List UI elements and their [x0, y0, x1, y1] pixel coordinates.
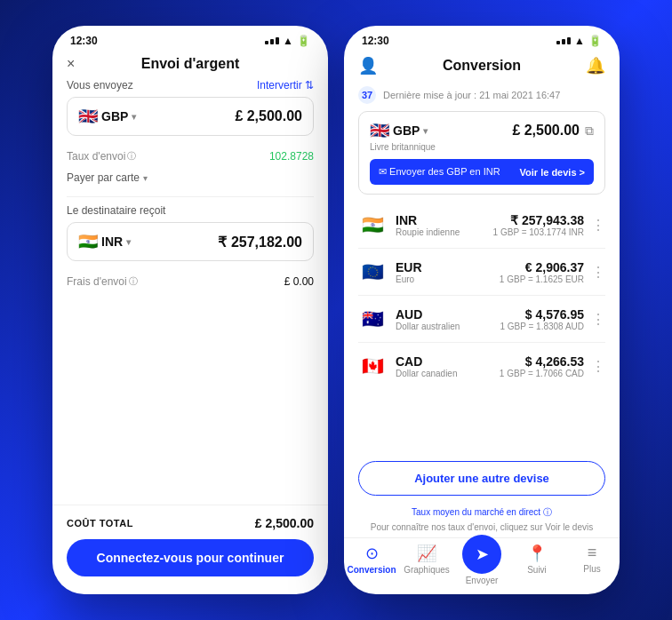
- see-quote-link[interactable]: Voir le devis >: [520, 167, 585, 178]
- fees-info-icon: ⓘ: [129, 275, 138, 288]
- from-currency-selector[interactable]: 🇬🇧 GBP ▾: [78, 107, 136, 126]
- you-send-label-row: Vous envoyez Intervertir ⇅: [67, 79, 314, 91]
- gbp-flag: 🇬🇧: [370, 121, 389, 140]
- divider-1: [67, 196, 314, 197]
- battery-icon-2: 🔋: [588, 35, 602, 47]
- eur-left: 🇪🇺 EUR Euro: [358, 258, 422, 286]
- to-flag: 🇮🇳: [78, 232, 98, 251]
- aud-code: AUD: [396, 307, 460, 322]
- suivi-nav-label: Suivi: [527, 565, 547, 575]
- conversion-nav-label: Conversion: [347, 565, 396, 575]
- wifi-icon: ▲: [283, 35, 293, 47]
- cad-amount: $ 4,266.53: [500, 354, 584, 369]
- total-value: £ 2,500.00: [255, 516, 314, 530]
- to-chevron-icon: ▾: [126, 237, 131, 247]
- connect-button[interactable]: Connectez-vous pour continuer: [67, 539, 314, 576]
- nav-item-graphiques[interactable]: 📈 Graphiques: [399, 544, 454, 585]
- aud-name: Dollar australien: [396, 322, 460, 331]
- aud-rate: 1 GBP = 1.8308 AUD: [500, 322, 584, 331]
- phone-envoi: 12:30 ▲ 🔋 × Envoi d'argent Vous envoyez …: [52, 26, 328, 594]
- send-banner[interactable]: ✉ Envoyer des GBP en INR Voir le devis >: [370, 159, 594, 185]
- gbp-code: GBP: [393, 123, 420, 138]
- cad-left: 🇨🇦 CAD Dollar canadien: [358, 352, 458, 380]
- invert-button[interactable]: Intervertir ⇅: [257, 79, 314, 91]
- rate-label: Taux d'envoi ⓘ: [67, 150, 136, 163]
- gbp-chevron-icon: ▾: [423, 126, 428, 136]
- aud-left: 🇦🇺 AUD Dollar australien: [358, 305, 460, 333]
- currency-row-eur[interactable]: 🇪🇺 EUR Euro € 2,906.37 1 GBP = 1.1625 EU…: [358, 249, 605, 296]
- nav-item-suivi[interactable]: 📍 Suivi: [509, 544, 564, 585]
- inr-name: Roupie indienne: [396, 227, 460, 237]
- status-icons-1: ▲ 🔋: [265, 35, 310, 47]
- send-nav-button[interactable]: ➤: [462, 535, 501, 574]
- from-flag: 🇬🇧: [78, 107, 98, 126]
- copy-icon[interactable]: ⧉: [585, 123, 594, 139]
- currency-row-inr[interactable]: 🇮🇳 INR Roupie indienne ₹ 257,943.38 1 GB…: [358, 202, 605, 249]
- to-amount: ₹ 257,182.00: [218, 234, 302, 250]
- plus-nav-label: Plus: [583, 564, 600, 574]
- eur-name: Euro: [396, 274, 422, 284]
- currency-row-cad[interactable]: 🇨🇦 CAD Dollar canadien $ 4,266.53 1 GBP …: [358, 343, 605, 389]
- from-currency-box[interactable]: 🇬🇧 GBP ▾ £ 2,500.00: [67, 97, 314, 136]
- eur-rate: 1 GBP = 1.1625 EUR: [500, 274, 584, 284]
- phone-body-1: Vous envoyez Intervertir ⇅ 🇬🇧 GBP ▾ £ 2,…: [52, 79, 328, 505]
- cad-more-icon[interactable]: ⋮: [584, 358, 605, 375]
- gbp-card[interactable]: 🇬🇧 GBP ▾ £ 2,500.00 ⧉ Livre britannique …: [358, 111, 605, 195]
- total-label: COÛT TOTAL: [67, 518, 133, 529]
- inr-more-icon[interactable]: ⋮: [584, 217, 605, 234]
- envoyer-nav-label: Envoyer: [466, 576, 499, 585]
- phone-footer-1: COÛT TOTAL £ 2,500.00 Connectez-vous pou…: [52, 505, 328, 594]
- nav-item-envoyer[interactable]: ➤ Envoyer: [454, 544, 509, 585]
- inr-code: INR: [396, 213, 460, 227]
- plus-nav-icon: ≡: [588, 544, 597, 562]
- cad-name: Dollar canadien: [396, 369, 458, 378]
- update-bar: 37 Dernière mise à jour : 21 mai 2021 16…: [344, 83, 620, 111]
- eur-more-icon[interactable]: ⋮: [584, 264, 605, 281]
- rate-info-icon: ⓘ: [127, 150, 136, 163]
- send-banner-text: ✉ Envoyer des GBP en INR: [379, 166, 500, 178]
- from-chevron-icon: ▾: [132, 112, 136, 122]
- cad-flag: 🇨🇦: [358, 352, 387, 380]
- aud-flag: 🇦🇺: [358, 305, 387, 333]
- send-nav-icon: ➤: [476, 544, 489, 564]
- status-bar-1: 12:30 ▲ 🔋: [52, 26, 328, 51]
- to-currency-code: INR: [101, 234, 123, 249]
- conversion-nav-icon: ⊙: [365, 544, 379, 563]
- signal-icon: [265, 37, 279, 44]
- fees-row: Frais d'envoi ⓘ £ 0.00: [67, 272, 314, 291]
- add-currency-button[interactable]: Ajouter une autre devise: [358, 461, 605, 496]
- status-icons-2: ▲ 🔋: [556, 35, 602, 47]
- fees-label: Frais d'envoi ⓘ: [67, 275, 138, 288]
- notification-icon-button[interactable]: 🔔: [586, 56, 605, 76]
- eur-code: EUR: [396, 260, 422, 274]
- inr-left: 🇮🇳 INR Roupie indienne: [358, 211, 460, 239]
- update-badge: 37: [358, 86, 376, 104]
- to-currency-selector[interactable]: 🇮🇳 INR ▾: [78, 232, 131, 251]
- close-button[interactable]: ×: [67, 56, 75, 72]
- from-currency-code: GBP: [101, 109, 128, 123]
- page-title-1: Envoi d'argent: [141, 56, 239, 72]
- nav-item-plus[interactable]: ≡ Plus: [564, 544, 620, 585]
- inr-amount: ₹ 257,943.38: [493, 213, 584, 227]
- total-row: COÛT TOTAL £ 2,500.00: [67, 516, 314, 530]
- from-amount: £ 2,500.00: [235, 108, 302, 124]
- pay-by-chevron: ▾: [143, 173, 148, 183]
- market-rate-text: Taux moyen du marché en direct ⓘ: [344, 505, 620, 522]
- status-bar-2: 12:30 ▲ 🔋: [344, 26, 620, 51]
- nav-item-conversion[interactable]: ⊙ Conversion: [344, 544, 399, 585]
- eur-amount: € 2,906.37: [500, 260, 584, 274]
- pay-by-row[interactable]: Payer par carte ▾: [67, 166, 314, 189]
- phone-header-2: 👤 Conversion 🔔: [344, 51, 620, 83]
- you-send-label: Vous envoyez: [67, 79, 133, 91]
- gbp-top: 🇬🇧 GBP ▾ £ 2,500.00 ⧉: [370, 121, 594, 140]
- bottom-nav: ⊙ Conversion 📈 Graphiques ➤ Envoyer 📍 Su…: [344, 537, 620, 594]
- eur-flag: 🇪🇺: [358, 258, 387, 286]
- currency-row-aud[interactable]: 🇦🇺 AUD Dollar australien $ 4,576.95 1 GB…: [358, 296, 605, 343]
- profile-icon-button[interactable]: 👤: [358, 56, 378, 76]
- to-currency-box[interactable]: 🇮🇳 INR ▾ ₹ 257,182.00: [67, 222, 314, 261]
- cad-code: CAD: [396, 354, 458, 369]
- aud-more-icon[interactable]: ⋮: [584, 311, 605, 328]
- page-title-2: Conversion: [443, 58, 521, 74]
- time-2: 12:30: [362, 35, 389, 47]
- gbp-selector[interactable]: 🇬🇧 GBP ▾: [370, 121, 428, 140]
